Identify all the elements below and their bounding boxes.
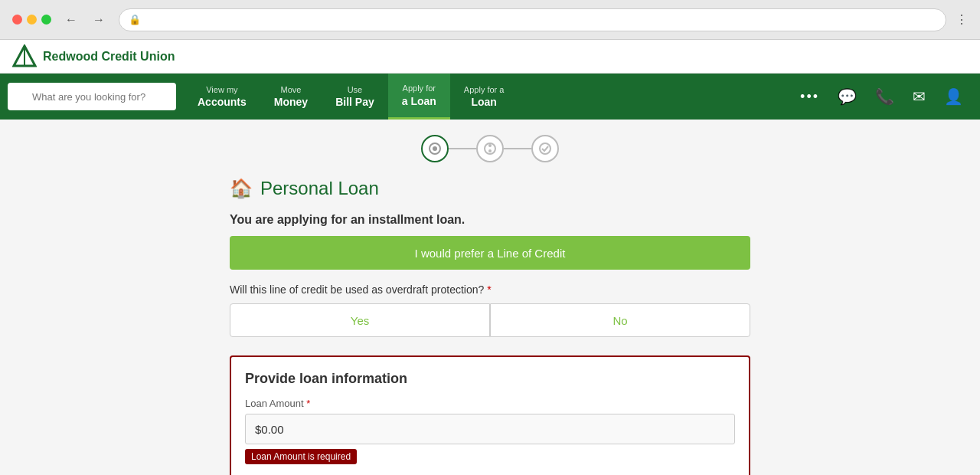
user-button[interactable]: 👤 — [935, 74, 972, 120]
chat-icon: 💬 — [838, 87, 857, 106]
step-3 — [531, 135, 559, 162]
loan-info-title: Provide loan information — [245, 371, 735, 387]
required-star: * — [487, 283, 491, 296]
nav-label-bottom-accounts: Accounts — [198, 95, 247, 109]
form-container: 🏠 Personal Loan You are applying for an … — [230, 178, 750, 475]
logo-area: Redwood Credit Union — [12, 44, 175, 69]
step3-icon — [538, 142, 552, 156]
nav-label-top-loan: Apply for — [403, 83, 436, 93]
search-input[interactable] — [8, 83, 176, 110]
sidebar-item-move-money[interactable]: Move Money — [260, 74, 322, 120]
yes-no-row: Yes No — [230, 303, 750, 337]
overdraft-question: Will this line of credit be used as over… — [230, 283, 750, 296]
loan-amount-input[interactable] — [245, 414, 735, 444]
subtitle: You are applying for an installment loan… — [230, 213, 750, 227]
main-content: 🏠 Personal Loan You are applying for an … — [0, 120, 980, 475]
nav-label-bottom-money: Money — [274, 95, 308, 109]
svg-point-7 — [540, 143, 550, 154]
progress-steps — [421, 135, 559, 162]
loan-amount-label: Loan Amount * — [245, 398, 735, 409]
step1-icon — [428, 142, 442, 156]
step-2 — [476, 135, 504, 162]
nav-label-top-accounts: View my — [206, 84, 237, 95]
svg-point-6 — [488, 149, 492, 152]
page-title-text: Personal Loan — [260, 178, 379, 199]
svg-point-3 — [433, 146, 437, 151]
page-title: 🏠 Personal Loan — [230, 178, 750, 199]
step2-icon — [483, 142, 497, 156]
address-bar[interactable]: 🔒 — [119, 8, 946, 31]
top-bar: Redwood Credit Union — [0, 40, 980, 74]
step-1 — [421, 135, 449, 162]
browser-nav-buttons: ← → — [60, 10, 109, 30]
no-button[interactable]: No — [490, 303, 750, 337]
nav-label-top-loan2: Apply for a — [464, 84, 505, 95]
loan-info-box: Provide loan information Loan Amount * L… — [230, 355, 750, 475]
email-icon: ✉ — [913, 87, 926, 106]
traffic-lights — [12, 15, 51, 25]
nav-label-bottom-loan2: Loan — [471, 95, 496, 109]
sidebar-item-bill-pay[interactable]: Use Bill Pay — [322, 74, 388, 120]
nav-label-top-billpay: Use — [348, 84, 363, 95]
address-icon: 🔒 — [129, 14, 141, 25]
close-button[interactable] — [12, 15, 22, 25]
loan-amount-error: Loan Amount is required — [245, 449, 357, 464]
nav-bar: 🔍 View my Accounts Move Money Use Bill P… — [0, 74, 980, 120]
page-title-icon: 🏠 — [230, 178, 253, 199]
sidebar-item-apply-loan[interactable]: Apply for a Loan — [388, 74, 450, 120]
browser-menu-icon[interactable]: ⋮ — [956, 12, 968, 27]
nav-label-top-money: Move — [281, 84, 302, 95]
more-options-button[interactable]: ••• — [791, 74, 828, 120]
phone-icon: 📞 — [875, 87, 894, 106]
more-dots-icon: ••• — [800, 89, 819, 105]
chat-button[interactable]: 💬 — [828, 74, 866, 120]
logo-text: Redwood Credit Union — [43, 50, 175, 64]
svg-point-5 — [488, 144, 492, 147]
nav-label-bottom-loan: a Loan — [402, 94, 436, 108]
sidebar-item-view-accounts[interactable]: View my Accounts — [184, 74, 260, 120]
user-icon: 👤 — [944, 87, 963, 106]
logo-icon — [12, 44, 37, 69]
search-wrapper: 🔍 — [8, 83, 176, 110]
nav-label-bottom-billpay: Bill Pay — [335, 95, 374, 109]
yes-button[interactable]: Yes — [230, 303, 490, 337]
sidebar-item-apply-loan-2[interactable]: Apply for a Loan — [450, 74, 518, 120]
back-button[interactable]: ← — [60, 10, 82, 30]
prefer-loc-button[interactable]: I would prefer a Line of Credit — [230, 236, 750, 270]
browser-chrome: ← → 🔒 ⋮ — [0, 0, 980, 40]
phone-button[interactable]: 📞 — [866, 74, 903, 120]
email-button[interactable]: ✉ — [903, 74, 935, 120]
forward-button[interactable]: → — [88, 10, 109, 30]
maximize-button[interactable] — [41, 15, 51, 25]
loan-amount-required-star: * — [306, 398, 310, 409]
minimize-button[interactable] — [27, 15, 37, 25]
